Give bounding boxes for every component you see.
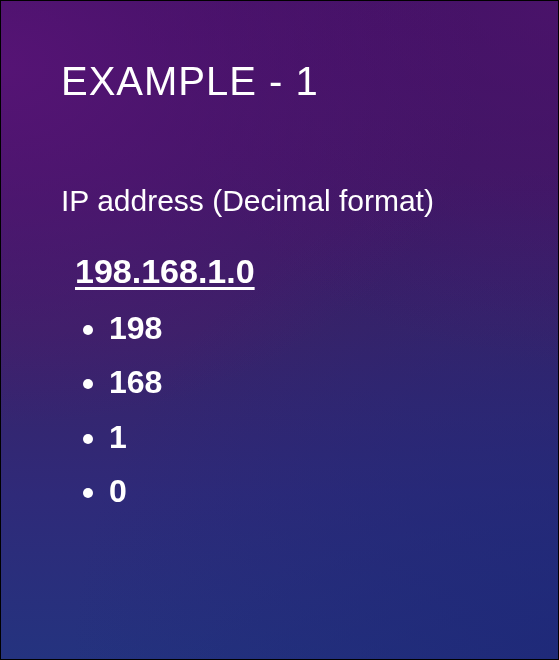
slide-subtitle: IP address (Decimal format) — [61, 184, 510, 218]
list-item: 198 — [109, 301, 510, 355]
list-item: 0 — [109, 464, 510, 518]
octet-list: 198 168 1 0 — [61, 301, 510, 519]
slide: EXAMPLE - 1 IP address (Decimal format) … — [1, 1, 558, 659]
slide-title: EXAMPLE - 1 — [61, 59, 510, 104]
list-item: 168 — [109, 355, 510, 409]
ip-address: 198.168.1.0 — [75, 252, 510, 291]
list-item: 1 — [109, 410, 510, 464]
